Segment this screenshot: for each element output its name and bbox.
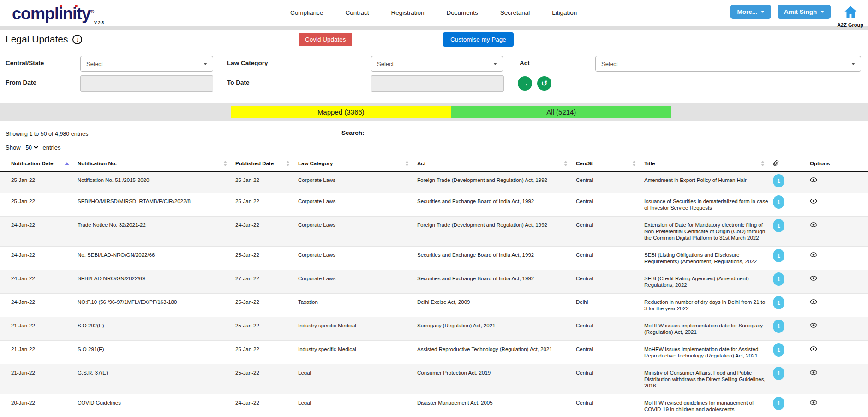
arrow-right-icon: →: [521, 80, 529, 87]
view-details-icon[interactable]: [810, 252, 817, 259]
from-date-input[interactable]: [80, 75, 213, 92]
user-menu-button[interactable]: Amit Singh: [778, 5, 831, 19]
col-header-published-date[interactable]: Published Date: [235, 156, 298, 172]
cell-options: [810, 364, 868, 394]
cell-act: Securities and Exchange Board of India A…: [417, 247, 576, 270]
search-input[interactable]: [370, 127, 604, 139]
central-state-select[interactable]: Select: [80, 56, 213, 72]
cell-cen-st: Central: [576, 193, 644, 217]
col-header-cen-st[interactable]: Cen/St: [576, 156, 644, 172]
cell-notification-date: 24-Jan-22: [0, 217, 78, 247]
cell-attachments: 1: [773, 294, 810, 317]
cell-notification-date: 25-Jan-22: [0, 193, 78, 217]
nav-item-registration[interactable]: Registration: [391, 9, 424, 16]
view-details-icon[interactable]: [810, 299, 817, 306]
nav-item-secretarial[interactable]: Secretarial: [500, 9, 530, 16]
cell-notification-no: Trade Notice No. 32/2021-22: [78, 217, 235, 247]
attachment-count-badge[interactable]: 1: [773, 174, 784, 187]
col-header-options: Options: [810, 156, 868, 172]
attachment-count-badge[interactable]: 1: [773, 219, 784, 232]
attachment-count-badge[interactable]: 1: [773, 249, 784, 262]
act-select[interactable]: Select: [595, 56, 861, 72]
view-details-icon[interactable]: [810, 275, 817, 283]
to-date-input[interactable]: [371, 75, 504, 92]
home-icon[interactable]: [843, 5, 858, 21]
table-row: 24-Jan-22 Trade Notice No. 32/2021-22 24…: [0, 217, 868, 247]
view-details-icon[interactable]: [810, 399, 817, 407]
attachment-count-badge[interactable]: 1: [773, 195, 784, 209]
cell-notification-no: No. SEBI/LAD-NRO/GN/2022/66: [78, 247, 235, 270]
registered-mark: ®: [90, 9, 94, 14]
nav-item-litigation[interactable]: Litigation: [552, 9, 577, 16]
attachment-count-badge[interactable]: 1: [773, 367, 784, 380]
tab-bar: Mapped (3366) All (5214): [231, 106, 671, 118]
tab-all[interactable]: All (5214): [451, 106, 672, 118]
cell-act: Assisted Reproductive Technology (Regula…: [417, 341, 576, 364]
logo: complinity® V 2.5: [12, 2, 137, 24]
cell-law-category: Industry specific-Medical: [298, 341, 417, 364]
view-details-icon[interactable]: [810, 346, 817, 353]
cell-title: Extension of Date for Mandatory electron…: [644, 217, 773, 247]
view-details-icon[interactable]: [810, 369, 817, 377]
reset-button[interactable]: ↺: [537, 76, 551, 91]
covid-updates-button[interactable]: Covid Updates: [299, 33, 352, 46]
view-details-icon[interactable]: [810, 198, 817, 205]
law-category-select[interactable]: Select: [371, 56, 503, 72]
customise-my-page-button[interactable]: Customise my Page: [443, 32, 514, 47]
cell-law-category: Corporate Laws: [298, 270, 417, 294]
cell-notification-date: 21-Jan-22: [0, 364, 78, 394]
from-date-label: From Date: [6, 79, 36, 86]
top-right-group: More... Amit Singh A2Z Group: [730, 2, 863, 28]
cell-cen-st: Central: [576, 394, 644, 417]
nav-item-documents[interactable]: Documents: [446, 9, 478, 16]
attachment-count-badge[interactable]: 1: [773, 343, 784, 357]
group-name: A2Z Group: [837, 22, 863, 28]
to-date-label: To Date: [227, 79, 250, 86]
cell-notification-date: 25-Jan-22: [0, 171, 78, 193]
cell-cen-st: Central: [576, 364, 644, 394]
view-details-icon[interactable]: [810, 322, 817, 330]
nav-item-compliance[interactable]: Compliance: [290, 9, 323, 16]
cell-notification-no: S.O 292(E): [78, 317, 235, 341]
cell-published-date: 25-Jan-22: [235, 317, 298, 341]
search-go-button[interactable]: →: [518, 76, 532, 91]
col-header-act[interactable]: Act: [417, 156, 576, 172]
cell-published-date: 25-Jan-22: [235, 247, 298, 270]
table-row: 24-Jan-22 SEBI/LAD-NRO/GN/2022/69 27-Jan…: [0, 270, 868, 294]
tab-mapped[interactable]: Mapped (3366): [231, 106, 451, 118]
view-details-icon[interactable]: [810, 222, 817, 229]
page-size-select[interactable]: 50: [24, 143, 40, 152]
sort-icons: [286, 161, 290, 166]
logo-version: V 2.5: [94, 20, 104, 25]
cell-title: MoHFW issues implementation date for Ass…: [644, 341, 773, 364]
cell-published-date: 25-Jan-22: [235, 341, 298, 364]
table-row: 21-Jan-22 G.S.R. 37(E) 25-Jan-22 Legal C…: [0, 364, 868, 394]
cell-notification-no: SEBI/LAD-NRO/GN/2022/69: [78, 270, 235, 294]
view-details-icon[interactable]: [810, 177, 817, 184]
attachment-count-badge[interactable]: 1: [773, 320, 784, 333]
sort-icons: [223, 161, 227, 166]
attachment-count-badge[interactable]: 1: [773, 296, 784, 309]
law-category-label: Law Category: [227, 60, 268, 66]
col-header-notification-no[interactable]: Notification No.: [78, 156, 235, 172]
title-row: Legal Updates ↓ Covid Updates Customise …: [0, 30, 868, 49]
cell-attachments: 1: [773, 217, 810, 247]
cell-notification-no: NO:F.10 (56 /96-97/1MFL//EX/PF/163-180: [78, 294, 235, 317]
top-bar: complinity® V 2.5 Compliance Contract Re…: [0, 0, 868, 26]
more-button[interactable]: More...: [730, 5, 771, 19]
cell-title: Issuance of Securities in dematerialized…: [644, 193, 773, 217]
cell-law-category: Industry specific-Medical: [298, 317, 417, 341]
attachment-count-badge[interactable]: 1: [773, 272, 784, 286]
download-circle-icon[interactable]: ↓: [72, 35, 82, 44]
nav-item-contract[interactable]: Contract: [345, 9, 369, 16]
cell-law-category: Legal: [298, 364, 417, 394]
col-header-title[interactable]: Title: [644, 156, 773, 172]
col-header-notification-date[interactable]: Notification Date: [0, 156, 78, 172]
chevron-down-icon: [493, 63, 497, 65]
act-label: Act: [520, 60, 530, 66]
paperclip-icon: [773, 162, 779, 167]
chevron-down-icon: [851, 63, 855, 65]
cell-act: Surrogacy (Regulation) Act, 2021: [417, 317, 576, 341]
attachment-count-badge[interactable]: 1: [773, 397, 784, 410]
col-header-law-category[interactable]: Law Category: [298, 156, 417, 172]
